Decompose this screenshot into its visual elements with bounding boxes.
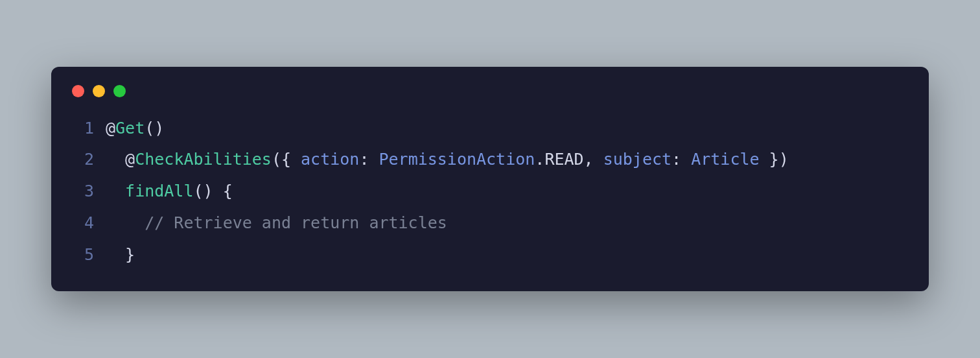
comment: // Retrieve and return articles	[145, 213, 447, 232]
code-window: 1 @Get() 2 @CheckAbilities({ action: Per…	[51, 67, 929, 292]
close-brace: }	[125, 245, 135, 264]
line-content: findAll() {	[106, 176, 233, 208]
property: subject	[603, 150, 671, 169]
line-number: 1	[72, 113, 94, 145]
close-brace: }	[760, 150, 779, 169]
close-icon[interactable]	[72, 85, 84, 97]
code-line: 2 @CheckAbilities({ action: PermissionAc…	[72, 144, 908, 176]
at-symbol: @	[125, 150, 135, 169]
class-name: PermissionAction	[379, 150, 535, 169]
comma: ,	[584, 150, 603, 169]
traffic-lights	[51, 85, 929, 113]
minimize-icon[interactable]	[93, 85, 105, 97]
maximize-icon[interactable]	[113, 85, 126, 97]
indent	[106, 245, 125, 264]
parentheses: ()	[145, 119, 164, 137]
open-brace: {	[281, 150, 301, 169]
property: action	[301, 150, 359, 169]
dot: .	[535, 150, 544, 169]
at-symbol: @	[106, 119, 115, 137]
line-number: 2	[72, 144, 94, 176]
code-line: 1 @Get()	[72, 113, 908, 145]
line-number: 3	[72, 176, 94, 208]
code-line: 3 findAll() {	[72, 176, 908, 208]
code-line: 5 }	[72, 239, 908, 271]
indent	[106, 150, 125, 169]
line-content: // Retrieve and return articles	[106, 208, 447, 239]
line-content: @CheckAbilities({ action: PermissionActi…	[106, 144, 789, 176]
line-number: 5	[72, 239, 94, 271]
open-paren: (	[272, 150, 281, 169]
line-content: }	[106, 239, 135, 271]
parentheses: ()	[193, 182, 213, 200]
function-name: findAll	[125, 182, 193, 200]
line-content: @Get()	[106, 113, 164, 145]
colon: :	[359, 150, 379, 169]
code-content[interactable]: 1 @Get() 2 @CheckAbilities({ action: Per…	[51, 113, 929, 271]
colon: :	[671, 150, 691, 169]
close-paren: )	[779, 150, 789, 169]
class-name: Article	[691, 150, 759, 169]
indent	[106, 182, 125, 200]
constant: READ	[544, 150, 583, 169]
line-number: 4	[72, 208, 94, 239]
decorator-name: Get	[115, 119, 145, 137]
indent	[106, 213, 145, 232]
decorator-name: CheckAbilities	[135, 150, 272, 169]
open-brace: {	[213, 182, 233, 200]
code-line: 4 // Retrieve and return articles	[72, 208, 908, 239]
